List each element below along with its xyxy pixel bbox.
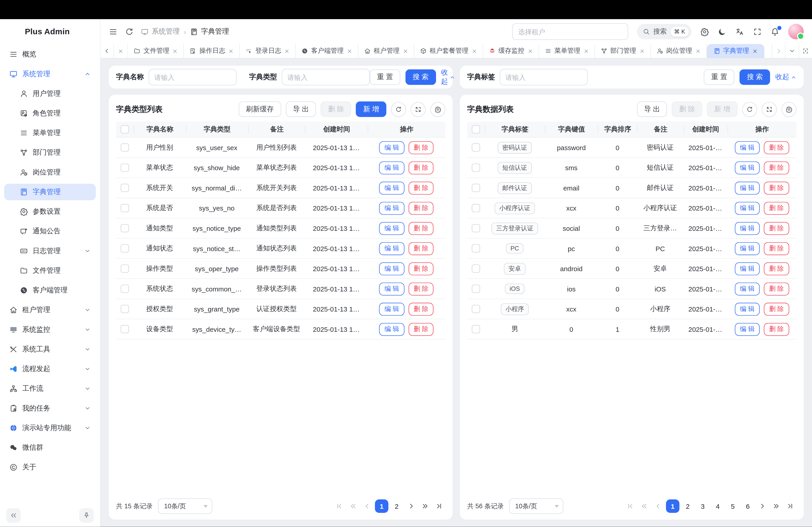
delete-button[interactable]: 删 除 [408,323,434,336]
tab[interactable]: 缓存监控 [483,44,539,58]
sidebar-item[interactable]: 系统管理 [4,66,96,82]
tabs-scroll-left-button[interactable] [100,44,114,58]
sidebar-item[interactable]: 微信群 [4,439,96,456]
row-checkbox[interactable] [121,224,129,232]
tab-close-icon[interactable] [695,48,700,54]
tab-close-icon[interactable] [284,48,289,54]
row-checkbox[interactable] [121,164,129,172]
delete-button[interactable]: 删 除 [408,201,434,214]
row-checkbox[interactable] [472,144,480,152]
delete-button[interactable]: 删 除 [408,181,434,194]
menu-toggle-button[interactable] [109,27,117,36]
edit-button[interactable]: 编 辑 [735,161,760,174]
table-settings-button[interactable] [782,102,797,117]
edit-button[interactable]: 编 辑 [735,181,760,194]
page-number-button[interactable]: 4 [711,499,724,513]
dict-type-input[interactable] [282,69,370,85]
tabs-scroll-right-button[interactable] [772,44,785,58]
sidebar-item[interactable]: 我的任务 [4,400,96,417]
breadcrumb-item-current[interactable]: 字典管理 [190,27,229,36]
sidebar-item[interactable]: 系统监控 [4,321,96,338]
tab[interactable]: 登录日志 [240,44,296,58]
delete-button[interactable]: 删 除 [764,201,789,214]
delete-button[interactable]: 删 除 [408,282,434,295]
tab-close-icon[interactable] [173,48,178,54]
export-button[interactable]: 导 出 [637,102,667,117]
delete-button[interactable]: 删 除 [764,262,789,275]
row-checkbox[interactable] [121,305,129,313]
table-refresh-button[interactable] [391,102,406,117]
tab-close-icon[interactable] [229,48,234,54]
breadcrumb-item[interactable]: 系统管理 [141,27,179,36]
table-settings-button[interactable] [430,102,446,117]
prev-page-button[interactable] [361,499,373,513]
edit-button[interactable]: 编 辑 [379,242,404,255]
prev-page-button[interactable] [652,499,665,513]
collapse-filter-link[interactable]: 收起 [441,68,455,87]
row-checkbox[interactable] [121,184,129,192]
delete-button[interactable]: 删 除 [408,161,434,174]
edit-button[interactable]: 编 辑 [735,222,760,235]
tab-close-icon[interactable] [752,48,757,54]
row-checkbox[interactable] [472,285,480,293]
page-number-button[interactable]: 2 [681,499,695,513]
delete-button[interactable]: 删 除 [764,282,789,295]
row-checkbox[interactable] [121,244,129,253]
edit-button[interactable]: 编 辑 [735,262,760,275]
table-fullscreen-button[interactable] [762,102,777,117]
edit-button[interactable]: 编 辑 [735,282,760,295]
tab[interactable]: 文件管理 [128,44,184,58]
tab[interactable]: 客户端管理 [296,44,358,58]
reset-button[interactable]: 重 置 [704,70,735,85]
table-refresh-button[interactable] [742,102,757,117]
tab[interactable]: 菜单管理 [539,44,595,58]
edit-button[interactable]: 编 辑 [379,323,404,336]
sidebar-item[interactable]: 字典管理 [4,184,96,200]
edit-button[interactable]: 编 辑 [379,262,404,275]
sidebar-collapse-button[interactable] [6,508,21,523]
sidebar-item[interactable]: 租户管理 [4,302,96,318]
sidebar-item[interactable]: 文件管理 [4,262,96,279]
tab-close-icon[interactable] [472,48,477,54]
tab-close-icon[interactable] [347,48,352,54]
sidebar-item[interactable]: 岗位管理 [4,164,96,181]
last-page-button[interactable] [784,499,796,513]
tab-close-icon[interactable] [403,48,408,54]
edit-button[interactable]: 编 辑 [379,282,404,295]
delete-button[interactable]: 删 除 [408,302,434,315]
row-checkbox[interactable] [472,164,480,172]
row-checkbox[interactable] [121,285,129,293]
row-checkbox[interactable] [472,325,480,333]
delete-button[interactable]: 删 除 [408,242,434,255]
refresh-page-button[interactable] [125,27,133,36]
add-button[interactable]: 新 增 [707,102,737,117]
notifications-button[interactable] [770,27,779,36]
delete-button[interactable]: 删 除 [764,141,789,154]
next-page-button[interactable] [756,499,768,513]
jump-back-button[interactable] [638,499,651,513]
row-checkbox[interactable] [121,204,129,212]
sidebar-item[interactable]: 菜单管理 [4,125,96,141]
edit-button[interactable]: 编 辑 [735,302,760,315]
sidebar-item[interactable]: 客户端管理 [4,282,96,298]
row-checkbox[interactable] [472,204,480,212]
sidebar-item[interactable]: 部门管理 [4,145,96,161]
search-button[interactable]: 搜 索 [740,70,770,85]
delete-button[interactable]: 删 除 [321,102,351,117]
logo[interactable]: Plus Admin [0,19,100,44]
edit-button[interactable]: 编 辑 [735,141,760,154]
delete-button[interactable]: 删 除 [764,222,789,235]
tenant-select-input[interactable] [512,23,628,40]
sidebar-item[interactable]: 关于 [4,459,96,476]
first-page-button[interactable] [624,499,637,513]
tab-close-icon[interactable] [527,48,533,54]
tab[interactable]: 部门管理 [595,44,651,58]
page-number-button[interactable]: 1 [375,499,388,513]
sidebar-item[interactable]: 流程发起 [4,361,96,377]
delete-button[interactable]: 删 除 [764,161,789,174]
delete-button[interactable]: 删 除 [408,262,434,275]
first-page-button[interactable] [333,499,345,513]
language-button[interactable] [735,27,744,36]
tab-close-icon[interactable] [639,48,644,54]
tab[interactable]: 租户管理 [358,44,414,58]
